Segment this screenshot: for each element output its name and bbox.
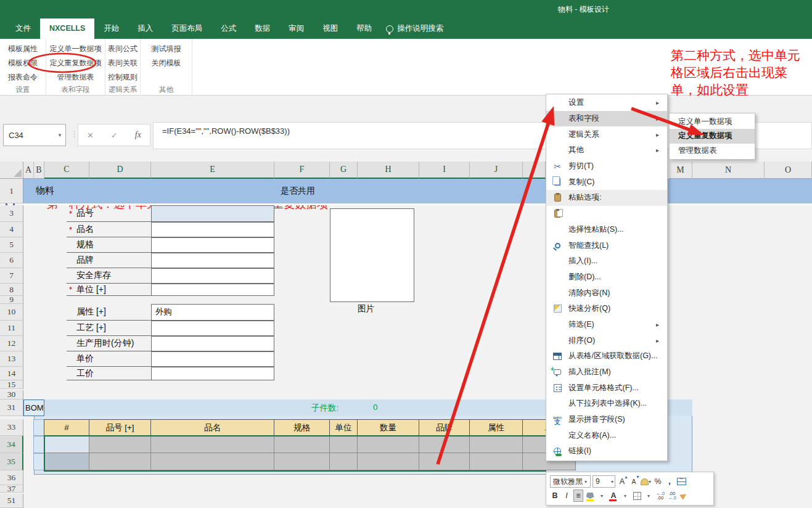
bom-cell[interactable]: [274, 435, 330, 453]
inter-table-formula-button[interactable]: 表间公式: [105, 42, 140, 56]
menu-item-insert-comment[interactable]: 插入批注(M): [546, 364, 667, 380]
menu-item-cut[interactable]: ✂剪切(T): [546, 158, 667, 174]
bom-cell[interactable]: [357, 453, 419, 470]
select-all-corner[interactable]: [0, 162, 23, 179]
define-single-data-item-button[interactable]: 定义单一数据项: [46, 42, 105, 56]
bom-header-qty[interactable]: 数量: [357, 419, 419, 436]
active-cell-c34[interactable]: [44, 435, 89, 453]
image-placeholder[interactable]: [330, 208, 414, 302]
menu-item-sort[interactable]: 排序(O)▸: [546, 332, 667, 348]
menu-item-show-phonetic[interactable]: wén文显示拼音字段(S): [546, 412, 667, 428]
row-header-13[interactable]: 13: [0, 351, 23, 367]
menu-item-settings[interactable]: 设置▸: [546, 95, 667, 111]
row-header-51[interactable]: 51: [0, 494, 23, 508]
bom-pad-cell[interactable]: [33, 436, 44, 453]
column-header-k-partial[interactable]: [523, 162, 546, 179]
menu-item-link[interactable]: 链接(I): [546, 443, 667, 459]
bom-cell[interactable]: [329, 453, 358, 470]
input-safety-stock[interactable]: [151, 268, 274, 284]
row-header-8[interactable]: 8: [0, 284, 23, 296]
tab-help[interactable]: 帮助: [347, 18, 381, 39]
column-header-a[interactable]: A: [23, 162, 34, 179]
bom-cell[interactable]: [150, 453, 274, 470]
bom-pad-cell[interactable]: [33, 453, 44, 470]
test-fill-button[interactable]: 测试填报: [141, 42, 192, 56]
input-item-name[interactable]: [151, 222, 274, 237]
row-header-14[interactable]: 14: [0, 367, 23, 380]
menu-item-define-name[interactable]: 定义名称(A)...: [546, 427, 667, 443]
column-header-e[interactable]: E: [151, 162, 274, 179]
tab-review[interactable]: 审阅: [279, 18, 313, 39]
row-header-7[interactable]: 7: [0, 268, 23, 284]
tab-insert[interactable]: 插入: [128, 18, 162, 39]
tab-home[interactable]: 开始: [94, 18, 128, 39]
row-header-12[interactable]: 12: [0, 336, 23, 351]
bom-cell[interactable]: [274, 453, 330, 470]
bom-header-item-name[interactable]: 品名: [150, 419, 274, 436]
row-header-9[interactable]: 9: [0, 296, 23, 304]
bom-cell[interactable]: [89, 453, 151, 470]
row-header-10[interactable]: 10: [0, 304, 23, 321]
sheet-title-banner[interactable]: 物料 是否共用: [23, 179, 812, 203]
font-color-dropdown[interactable]: ▾: [620, 490, 630, 502]
enter-icon[interactable]: ✓: [111, 131, 118, 140]
grow-font-button[interactable]: A▲: [617, 475, 627, 488]
menu-item-format-cells[interactable]: 设置单元格格式(F)...: [546, 380, 667, 396]
menu-item-paste-options[interactable]: 粘贴选项:: [546, 190, 667, 206]
submenu-item-manage-tables[interactable]: 管理数据表: [670, 144, 755, 158]
increase-decimal-button[interactable]: .00→.0: [667, 490, 677, 502]
tab-page-layout[interactable]: 页面布局: [162, 18, 211, 39]
percent-style-button[interactable]: %: [653, 475, 663, 488]
column-header-d[interactable]: D: [89, 162, 151, 179]
column-header-n[interactable]: N: [692, 162, 765, 179]
close-template-button[interactable]: 关闭模板: [141, 56, 192, 70]
menu-item-insert[interactable]: 插入(I)...: [546, 253, 667, 269]
menu-item-other[interactable]: 其他▸: [546, 142, 667, 158]
row-header-35[interactable]: 35: [0, 453, 23, 470]
input-unit[interactable]: [151, 284, 274, 296]
bom-header-item-no[interactable]: 品号 [+]: [89, 419, 151, 436]
cancel-icon[interactable]: ✕: [87, 131, 94, 140]
row-header-31[interactable]: 31: [0, 399, 23, 416]
template-permissions-button[interactable]: 模板权限: [0, 56, 46, 70]
merge-center-button[interactable]: [676, 475, 686, 488]
bom-header-spec[interactable]: 规格: [274, 419, 330, 436]
insert-function-icon[interactable]: fx: [135, 130, 141, 140]
bom-cell[interactable]: [150, 435, 274, 453]
tell-me-search[interactable]: 操作说明搜索: [381, 18, 448, 39]
menu-item-delete[interactable]: 删除(D)...: [546, 269, 667, 285]
column-header-h[interactable]: H: [358, 162, 419, 179]
row-header-1[interactable]: 1: [0, 179, 23, 203]
column-header-b[interactable]: B: [34, 162, 44, 179]
column-header-o[interactable]: O: [765, 162, 812, 179]
row-header-5[interactable]: 5: [0, 237, 23, 253]
fill-color-button[interactable]: [585, 490, 595, 502]
cell-c35[interactable]: [44, 453, 89, 470]
bom-pad-cell[interactable]: [33, 419, 44, 436]
menu-item-paste-keep-source[interactable]: [546, 206, 667, 222]
row-header-15[interactable]: 15: [0, 380, 23, 389]
input-brand[interactable]: [151, 253, 274, 268]
bom-header-index[interactable]: #: [44, 419, 89, 436]
tab-data[interactable]: 数据: [245, 18, 279, 39]
menu-item-logic[interactable]: 逻辑关系▸: [546, 126, 667, 142]
font-color-button[interactable]: A: [609, 490, 618, 502]
bom-cell[interactable]: [419, 435, 470, 453]
template-properties-button[interactable]: 模板属性: [0, 42, 46, 56]
row-header-37[interactable]: 37: [0, 485, 23, 493]
bom-cell[interactable]: [469, 453, 523, 470]
borders-button[interactable]: [632, 490, 642, 502]
center-align-button[interactable]: ≡: [573, 490, 583, 502]
borders-dropdown[interactable]: ▾: [644, 490, 654, 502]
column-header-f[interactable]: F: [274, 162, 330, 179]
menu-item-clear-contents[interactable]: 清除内容(N): [546, 285, 667, 301]
font-name-select[interactable]: 微软雅黑▾: [550, 475, 591, 488]
tab-formulas[interactable]: 公式: [211, 18, 245, 39]
input-labor-price[interactable]: [151, 367, 274, 380]
menu-item-get-data-from-range[interactable]: 从表格/区域获取数据(G)...: [546, 348, 667, 364]
bom-cell[interactable]: [329, 435, 358, 453]
format-painter-button[interactable]: [679, 490, 689, 502]
column-header-m[interactable]: M: [669, 162, 692, 179]
bom-cell[interactable]: [357, 435, 419, 453]
menu-item-tables-fields[interactable]: 表和字段▸: [546, 111, 667, 127]
